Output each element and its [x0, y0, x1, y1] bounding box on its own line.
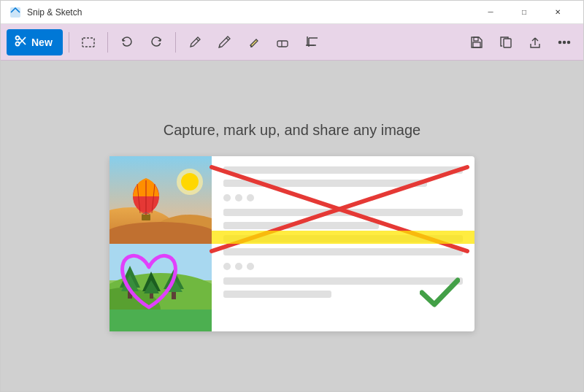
content-line-3 — [223, 209, 463, 216]
rectangle-snip-button[interactable] — [75, 29, 101, 55]
content-lines — [212, 156, 474, 331]
svg-line-6 — [196, 39, 199, 41]
undo-button[interactable] — [114, 29, 140, 55]
new-label: New — [31, 36, 53, 48]
highlighter-button[interactable] — [240, 29, 266, 55]
title-bar-controls: ─ □ ✕ — [474, 1, 575, 24]
minimize-button[interactable]: ─ — [474, 1, 507, 24]
app-icon — [9, 7, 21, 18]
svg-point-19 — [568, 41, 570, 43]
svg-rect-0 — [10, 7, 20, 18]
dot-1 — [223, 194, 231, 201]
dot-3 — [247, 194, 254, 201]
highlight-bar — [212, 231, 474, 244]
crop-button[interactable] — [299, 29, 325, 55]
share-button[interactable] — [522, 29, 548, 55]
content-line-7 — [223, 277, 463, 285]
landscape-image — [110, 244, 212, 331]
content-line-4 — [223, 222, 379, 229]
redo-button[interactable] — [143, 29, 169, 55]
svg-rect-5 — [82, 38, 94, 47]
more-options-button[interactable] — [551, 29, 577, 55]
balloon-image — [110, 156, 212, 244]
svg-rect-15 — [473, 42, 480, 47]
eraser-button[interactable] — [269, 29, 296, 55]
toolbar-right — [464, 29, 577, 55]
svg-point-17 — [559, 41, 561, 43]
toolbar: New — [1, 24, 583, 61]
dot-2 — [235, 194, 242, 201]
svg-rect-16 — [504, 39, 511, 47]
svg-point-23 — [110, 222, 212, 244]
pencil-button[interactable] — [211, 29, 237, 55]
demo-card — [110, 156, 474, 331]
svg-point-25 — [181, 173, 199, 191]
app-title: Snip & Sketch — [27, 7, 82, 18]
title-bar: Snip & Sketch ─ □ ✕ — [1, 1, 583, 24]
copy-button[interactable] — [493, 29, 519, 55]
caption-text: Capture, mark up, and share any image — [164, 122, 420, 139]
svg-rect-30 — [142, 215, 150, 220]
title-bar-left: Snip & Sketch — [9, 7, 82, 18]
svg-rect-46 — [110, 310, 212, 331]
close-button[interactable]: ✕ — [541, 1, 575, 24]
dot-4 — [223, 263, 231, 270]
scissors-icon — [14, 34, 27, 50]
save-button[interactable] — [464, 29, 490, 55]
content-line-8 — [223, 291, 331, 298]
maximize-button[interactable]: □ — [507, 1, 541, 24]
svg-line-7 — [226, 38, 228, 40]
content-line-1 — [223, 166, 463, 174]
toolbar-divider-1 — [69, 32, 69, 53]
dot-5 — [235, 263, 242, 270]
toolbar-divider-3 — [175, 32, 176, 53]
svg-rect-10 — [277, 41, 288, 47]
dot-6 — [247, 263, 254, 270]
content-line-6 — [223, 248, 463, 255]
new-button[interactable]: New — [7, 29, 63, 55]
toolbar-divider-2 — [107, 32, 108, 53]
ballpoint-pen-button[interactable] — [182, 29, 208, 55]
dots-row-1 — [223, 194, 463, 201]
svg-point-2 — [16, 42, 20, 46]
content-line-2 — [223, 180, 427, 187]
main-content: Capture, mark up, and share any image — [1, 61, 583, 392]
dots-row-2 — [223, 263, 463, 270]
svg-rect-14 — [474, 37, 478, 41]
images-column — [110, 156, 212, 331]
svg-point-18 — [564, 41, 566, 43]
svg-point-1 — [16, 36, 20, 40]
